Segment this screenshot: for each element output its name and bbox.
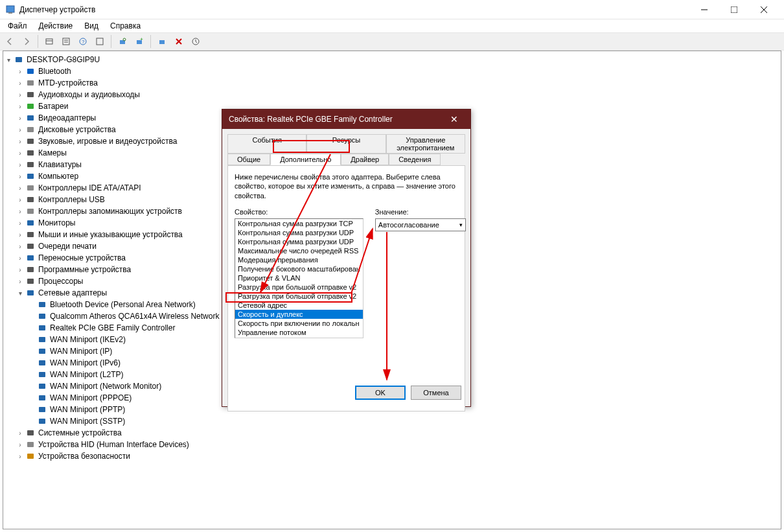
disable-button[interactable] [172, 34, 186, 49]
svg-rect-18 [159, 40, 165, 44]
expander-icon[interactable]: › [15, 80, 25, 87]
bluetooth-icon [25, 66, 36, 76]
menu-help[interactable]: Справка [105, 20, 146, 32]
menu-file[interactable]: Файл [3, 20, 32, 32]
tree-label: Компьютер [38, 172, 78, 181]
expander-icon[interactable]: › [15, 161, 25, 168]
tab-Драйвер[interactable]: Драйвер [341, 154, 389, 165]
cancel-button[interactable]: Отмена [411, 386, 461, 400]
close-button[interactable] [749, 0, 779, 19]
uninstall-button[interactable] [155, 34, 169, 49]
property-option[interactable]: Разгрузка при большой отправке v2 [235, 292, 363, 301]
minimize-button[interactable] [689, 0, 719, 19]
tab-Сведения[interactable]: Сведения [389, 154, 441, 165]
property-option[interactable]: Управление потоком [235, 328, 363, 337]
tree-node-after-2[interactable]: › Устройства безопасности [3, 450, 781, 462]
tab-description: Ниже перечислены свойства этого адаптера… [235, 172, 458, 200]
forward-button[interactable] [19, 34, 34, 49]
show-hidden-button[interactable] [42, 34, 56, 49]
tree-label: WAN Miniport (IP) [50, 347, 112, 356]
property-option[interactable]: Модерация прерывания [235, 255, 363, 264]
expander-icon[interactable]: › [15, 138, 25, 145]
svg-rect-24 [27, 80, 34, 86]
svg-rect-51 [39, 395, 45, 400]
expander-icon[interactable]: › [15, 196, 25, 203]
property-option[interactable]: Энергосберегающий Ethernet [235, 337, 363, 338]
property-option[interactable]: Контрольная сумма разгрузки TCP [235, 219, 363, 228]
help-button[interactable]: ? [76, 34, 90, 49]
network-icon [37, 381, 47, 391]
expander-icon[interactable]: ▾ [3, 56, 14, 64]
properties-button[interactable] [59, 34, 73, 49]
mouse-icon [25, 229, 36, 240]
tab-Управление электропитанием[interactable]: Управление электропитанием [386, 134, 465, 154]
svg-rect-35 [27, 209, 34, 214]
network-icon [37, 393, 47, 403]
svg-rect-56 [27, 454, 34, 459]
tree-node-after-0[interactable]: › Системные устройства [3, 427, 781, 439]
expander-icon[interactable]: › [15, 115, 25, 122]
maximize-button[interactable] [719, 0, 749, 19]
security-icon [25, 451, 36, 461]
expander-icon[interactable]: › [15, 103, 25, 110]
expander-icon[interactable]: › [15, 91, 25, 98]
expander-icon[interactable]: › [15, 208, 25, 215]
expander-icon[interactable]: › [15, 126, 25, 133]
expander-icon[interactable]: › [15, 220, 25, 227]
scan-hardware-button[interactable] [115, 34, 130, 49]
dialog-close-button[interactable]: ✕ [444, 110, 464, 129]
tab-Общие[interactable]: Общие [227, 154, 270, 165]
system-icon [25, 428, 36, 438]
tree-label: Контроллеры запоминающих устройств [38, 207, 182, 216]
expander-icon[interactable]: › [15, 266, 25, 273]
tree-root[interactable]: ▾ DESKTOP-G8GIP9U [3, 54, 781, 65]
svg-rect-23 [27, 69, 34, 74]
property-option[interactable]: Максимальное число очередей RSS [235, 246, 363, 255]
property-option[interactable]: Получение бокового масштабирован [235, 264, 363, 273]
ok-button[interactable]: OK [355, 386, 406, 400]
expander-icon[interactable]: › [15, 68, 25, 75]
tree-node-2[interactable]: › Аудиовходы и аудиовыходы [3, 89, 781, 100]
back-button[interactable] [3, 34, 17, 49]
expander-icon[interactable]: › [15, 255, 25, 262]
property-option[interactable]: Скорость при включении по локальн [235, 319, 363, 328]
tab-Дополнительно[interactable]: Дополнительно [270, 154, 341, 165]
tree-network-child-10[interactable]: WAN Miniport (SSTP) [3, 415, 781, 427]
svg-rect-41 [27, 279, 34, 284]
expander-icon[interactable]: › [15, 278, 25, 285]
expander-icon[interactable]: › [15, 243, 25, 250]
update-driver-button[interactable] [189, 34, 203, 49]
dialog-titlebar: Свойства: Realtek PCIe GBE Family Contro… [222, 110, 470, 129]
expander-icon[interactable]: › [15, 150, 25, 157]
expander-icon[interactable]: › [15, 231, 25, 238]
property-option[interactable]: Контрольная сумма разгрузки UDP [235, 228, 363, 237]
tree-label: Клавиатуры [38, 160, 82, 169]
add-legacy-button[interactable]: + [132, 34, 146, 49]
property-listbox[interactable]: Контрольная сумма разгрузки TCPКонтрольн… [235, 218, 363, 338]
toolbar: ? + [0, 32, 784, 51]
tab-События[interactable]: События [227, 134, 306, 154]
expander-icon[interactable]: › [15, 185, 25, 192]
network-icon [37, 346, 47, 356]
expander-icon[interactable]: › [15, 441, 25, 448]
property-option[interactable]: Разгрузка при большой отправке v2 [235, 283, 363, 292]
menu-view[interactable]: Вид [79, 20, 104, 32]
menu-action[interactable]: Действие [34, 20, 78, 32]
property-option[interactable]: Контрольная сумма разгрузки UDP [235, 237, 363, 246]
property-option[interactable]: Сетевой адрес [235, 301, 363, 310]
expander-icon[interactable]: › [15, 173, 25, 180]
tree-label: Видеоадаптеры [38, 113, 96, 122]
tree-node-1[interactable]: › MTD-устройства [3, 77, 781, 89]
property-option[interactable]: Приоритет & VLAN [235, 273, 363, 283]
tree-node-after-1[interactable]: › Устройства HID (Human Interface Device… [3, 439, 781, 450]
property-option[interactable]: Скорость и дуплекс [235, 310, 363, 319]
tree-node-0[interactable]: › Bluetooth [3, 65, 781, 77]
tree-label: Bluetooth [38, 67, 71, 76]
view-button[interactable] [93, 34, 107, 49]
expander-icon[interactable]: › [15, 453, 25, 460]
tab-Ресурсы[interactable]: Ресурсы [306, 134, 386, 154]
expander-icon[interactable]: › [15, 430, 25, 437]
expander-icon[interactable]: ▾ [15, 290, 25, 297]
value-dropdown[interactable]: Автосогласование [375, 218, 466, 231]
tree-label: Qualcomm Atheros QCA61x4A Wireless Netwo… [50, 312, 219, 321]
